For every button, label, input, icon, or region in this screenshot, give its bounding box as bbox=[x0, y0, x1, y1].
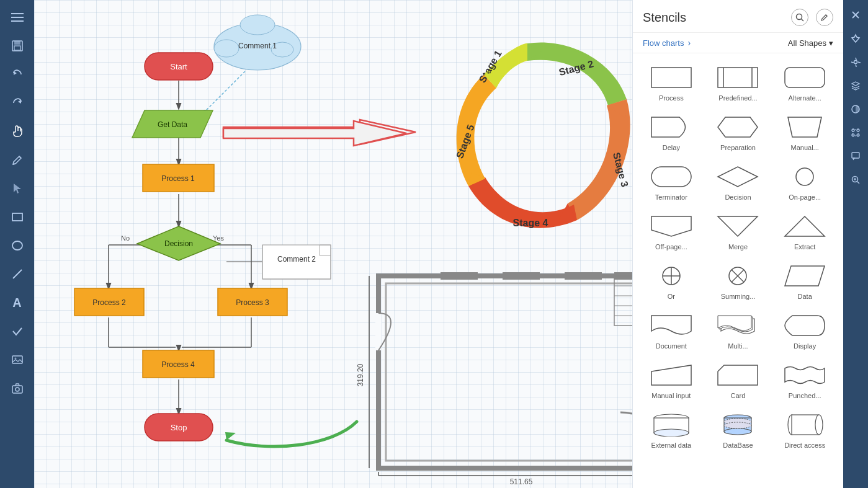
edit-panel-icon[interactable] bbox=[816, 9, 833, 26]
svg-point-39 bbox=[214, 40, 239, 57]
svg-marker-112 bbox=[651, 365, 691, 385]
line-icon[interactable] bbox=[5, 262, 30, 286]
shape-preparation[interactable]: Preparation bbox=[706, 110, 771, 154]
check-icon[interactable] bbox=[5, 319, 30, 344]
shape-multi-document[interactable]: Multi... bbox=[706, 309, 771, 352]
select-icon[interactable] bbox=[5, 176, 30, 201]
shape-merge[interactable]: Merge bbox=[706, 210, 771, 253]
settings-icon[interactable] bbox=[846, 52, 866, 72]
camera-icon[interactable] bbox=[5, 376, 30, 401]
svg-rect-4 bbox=[14, 41, 20, 45]
svg-text:No: No bbox=[121, 234, 130, 242]
svg-point-123 bbox=[815, 415, 823, 435]
pin-icon[interactable] bbox=[846, 29, 866, 48]
svg-text:Get Data: Get Data bbox=[158, 120, 187, 129]
shape-data[interactable]: Data bbox=[772, 259, 837, 303]
shape-external-data[interactable]: External data bbox=[639, 408, 704, 451]
shape-database[interactable]: DataBase bbox=[706, 408, 771, 451]
ellipse-icon[interactable] bbox=[5, 233, 30, 258]
svg-marker-102 bbox=[651, 216, 691, 236]
pen-icon[interactable] bbox=[5, 148, 30, 172]
svg-text:Process 2: Process 2 bbox=[92, 298, 126, 307]
zoom-icon[interactable] bbox=[846, 170, 866, 190]
shape-punched-tape[interactable]: Punched... bbox=[772, 358, 837, 402]
svg-text:Process 1: Process 1 bbox=[161, 174, 195, 183]
shape-or[interactable]: Or bbox=[639, 259, 704, 303]
svg-rect-92 bbox=[651, 68, 691, 87]
canvas-svg: No Yes Start bbox=[34, 0, 632, 488]
shape-off-page-connector[interactable]: Off-page... bbox=[639, 210, 704, 253]
shape-predefined-process[interactable]: Predefined... bbox=[706, 61, 771, 104]
text-icon[interactable]: A bbox=[5, 290, 30, 315]
panel-nav: Flow charts › All Shapes ▾ bbox=[633, 33, 843, 53]
svg-marker-103 bbox=[718, 216, 758, 236]
comment-icon[interactable] bbox=[846, 146, 866, 166]
svg-marker-6 bbox=[14, 71, 17, 75]
svg-point-120 bbox=[724, 422, 751, 428]
shape-display[interactable]: Display bbox=[772, 309, 837, 352]
shape-extract[interactable]: Extract bbox=[772, 210, 837, 253]
menu-icon[interactable] bbox=[5, 5, 30, 30]
svg-point-118 bbox=[724, 428, 751, 435]
shape-manual-operation[interactable]: Manual... bbox=[772, 110, 837, 154]
svg-rect-133 bbox=[852, 130, 859, 136]
shape-on-page-connector[interactable]: On-page... bbox=[772, 160, 837, 203]
svg-marker-97 bbox=[718, 117, 758, 137]
undo-icon[interactable] bbox=[5, 62, 30, 87]
stencils-title: Stencils bbox=[643, 11, 686, 25]
svg-rect-96 bbox=[785, 68, 825, 87]
shape-summing-junction[interactable]: Summing... bbox=[706, 259, 771, 303]
shape-terminator[interactable]: Terminator bbox=[639, 160, 704, 203]
svg-marker-100 bbox=[718, 167, 758, 187]
close-panel-button[interactable] bbox=[846, 5, 866, 25]
search-panel-icon[interactable] bbox=[791, 9, 808, 26]
svg-text:Comment 2: Comment 2 bbox=[277, 255, 316, 264]
svg-rect-71 bbox=[386, 283, 632, 461]
svg-rect-13 bbox=[12, 386, 22, 393]
theme-icon[interactable] bbox=[846, 99, 866, 119]
svg-rect-2 bbox=[11, 20, 24, 22]
shape-card[interactable]: Card bbox=[706, 358, 771, 402]
group-icon[interactable] bbox=[846, 123, 866, 143]
svg-rect-1 bbox=[11, 17, 24, 18]
svg-line-136 bbox=[857, 182, 860, 184]
stencils-panel: Stencils Flow charts › All Shapes ▾ Proc… bbox=[632, 0, 843, 488]
svg-text:Decision: Decision bbox=[164, 239, 193, 248]
svg-text:Stop: Stop bbox=[171, 423, 187, 432]
rectangle-icon[interactable] bbox=[5, 205, 30, 229]
svg-text:Start: Start bbox=[170, 62, 187, 71]
svg-rect-8 bbox=[12, 213, 22, 221]
redo-icon[interactable] bbox=[5, 91, 30, 115]
svg-marker-127 bbox=[852, 82, 859, 86]
svg-marker-7 bbox=[18, 100, 21, 104]
shape-document[interactable]: Document bbox=[639, 309, 704, 352]
layers-icon[interactable] bbox=[846, 76, 866, 95]
svg-point-126 bbox=[854, 61, 857, 64]
shape-alternate-process[interactable]: Alternate... bbox=[772, 61, 837, 104]
canvas-area[interactable]: No Yes Start bbox=[34, 0, 632, 488]
image-icon[interactable] bbox=[5, 347, 30, 372]
hand-icon[interactable] bbox=[5, 119, 30, 144]
flow-charts-nav[interactable]: Flow charts bbox=[643, 38, 684, 48]
svg-text:Process 4: Process 4 bbox=[161, 360, 195, 369]
svg-rect-0 bbox=[11, 13, 24, 14]
panel-header-icons bbox=[791, 9, 833, 26]
save-icon[interactable] bbox=[5, 33, 30, 58]
shape-manual-input[interactable]: Manual input bbox=[639, 358, 704, 402]
shape-decision[interactable]: Decision bbox=[706, 160, 771, 203]
svg-rect-11 bbox=[12, 356, 22, 363]
nav-chevron-right[interactable]: › bbox=[687, 38, 691, 48]
svg-text:Comment 1: Comment 1 bbox=[238, 42, 277, 50]
svg-text:Process 3: Process 3 bbox=[236, 298, 269, 307]
svg-line-30 bbox=[202, 71, 245, 115]
svg-point-14 bbox=[16, 388, 19, 391]
svg-point-115 bbox=[654, 429, 689, 437]
shape-delay[interactable]: Delay bbox=[639, 110, 704, 154]
svg-marker-98 bbox=[788, 117, 821, 137]
shape-direct-access[interactable]: Direct access bbox=[772, 408, 837, 451]
svg-rect-134 bbox=[852, 153, 859, 158]
all-shapes-nav[interactable]: All Shapes ▾ bbox=[788, 38, 833, 48]
shape-process[interactable]: Process bbox=[639, 61, 704, 104]
chevron-down-icon: ▾ bbox=[829, 38, 833, 48]
svg-line-90 bbox=[802, 19, 804, 22]
